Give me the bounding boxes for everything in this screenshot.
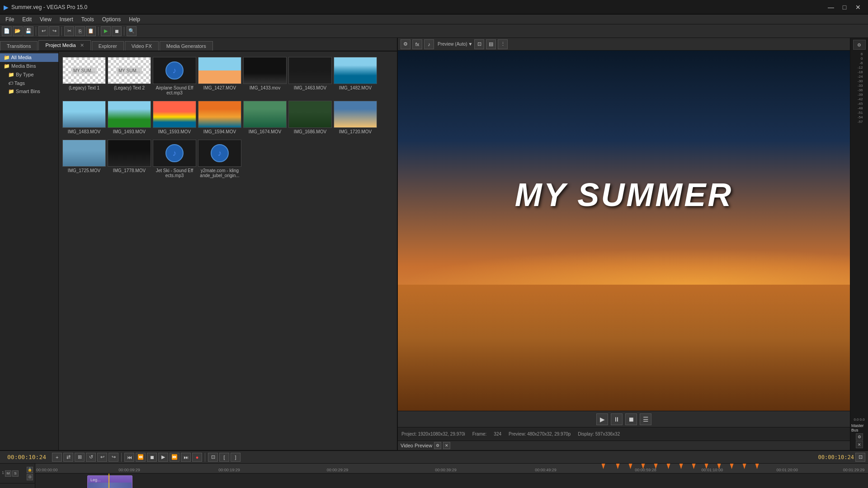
undo-button[interactable]: ↩ <box>38 26 48 36</box>
master-bus-settings[interactable]: ⚙ <box>856 433 863 441</box>
tree-all-media[interactable]: 📁 All Media <box>0 53 58 62</box>
tl-record[interactable]: ● <box>192 453 202 462</box>
media-item-label: IMG_1686.MOV <box>294 129 326 134</box>
list-item[interactable]: MY SUM... (Legacy) Text 1 <box>62 55 106 97</box>
tree-smart-bins[interactable]: 📁 Smart Bins <box>0 87 58 96</box>
list-item[interactable]: IMG_1593.MOV <box>153 99 196 136</box>
tl-play-from-start[interactable]: ⏮ <box>124 453 134 462</box>
minimize-button[interactable]: — <box>825 3 837 12</box>
copy-button[interactable]: ⎘ <box>75 26 85 36</box>
tl-btn-snap[interactable]: ⊞ <box>75 453 85 462</box>
zoom-in-button[interactable]: 🔍 <box>127 26 137 36</box>
list-item[interactable]: IMG_1463.MOV <box>288 55 332 97</box>
render-button[interactable]: ▶ <box>101 26 111 36</box>
tl-play-end[interactable]: ⏭ <box>181 453 191 462</box>
left-panel: Transitions Project Media ✕ Explorer Vid… <box>0 38 398 450</box>
menu-help[interactable]: Help <box>125 15 144 23</box>
window-controls[interactable]: — □ ✕ <box>825 3 864 12</box>
list-item[interactable]: MY SUM... (Legacy) Text 2 <box>108 55 151 97</box>
tl-play-prev[interactable]: ⏪ <box>136 453 146 462</box>
list-item[interactable]: IMG_1778.MOV <box>108 138 151 180</box>
media-thumbnail: ♪ <box>153 57 196 84</box>
open-button[interactable]: 📂 <box>13 26 23 36</box>
tl-mark-out[interactable]: ] <box>231 453 241 462</box>
tl-btn-undo[interactable]: ↩ <box>97 453 107 462</box>
tl-zoom-fit[interactable]: ⊡ <box>855 453 865 462</box>
preview-panel: ⚙ fx ♪ Preview (Auto) ▼ ⊡ ▤ ⋮ <box>398 38 868 450</box>
menu-edit[interactable]: Edit <box>19 15 35 23</box>
preview-more-button[interactable]: ⋮ <box>498 39 508 49</box>
toolbar-sep3 <box>98 27 99 36</box>
track-solo-1[interactable]: S <box>12 470 19 477</box>
maximize-button[interactable]: □ <box>838 3 851 12</box>
tl-mark-in[interactable]: [ <box>219 453 229 462</box>
media-tree: 📁 All Media 📁 Media Bins 📁 By Type 🏷 Tag… <box>0 52 59 450</box>
tl-btn-ripple[interactable]: ⇄ <box>63 453 73 462</box>
list-item[interactable]: IMG_1493.MOV <box>108 99 151 136</box>
media-thumbnail <box>334 57 377 84</box>
save-button[interactable]: 💾 <box>24 26 33 36</box>
preview-stop-button[interactable]: ⏹ <box>625 413 637 425</box>
list-item[interactable]: ♪ Airplane Sound Effect.mp3 <box>153 55 196 97</box>
list-item[interactable]: IMG_1725.MOV <box>62 138 106 180</box>
tl-btn-redo[interactable]: ↪ <box>108 453 118 462</box>
track-lock-1[interactable]: 🔒 <box>27 467 33 473</box>
preview-fx-button[interactable]: fx <box>412 39 422 49</box>
menu-view[interactable]: View <box>36 15 55 23</box>
preview-settings-button[interactable]: ⚙ <box>401 39 410 49</box>
list-item[interactable]: IMG_1686.MOV <box>288 99 332 136</box>
timeline-area: 00:00:10:24 + ⇄ ⊞ ↺ ↩ ↪ ⏮ ⏪ ⏹ ▶ ⏩ ⏭ ● ⊡ … <box>0 450 868 488</box>
master-bus-close[interactable]: ✕ <box>856 441 863 448</box>
list-item[interactable]: IMG_1427.MOV <box>198 55 241 97</box>
tab-project-media[interactable]: Project Media ✕ <box>38 40 90 51</box>
list-item[interactable]: IMG_1482.MOV <box>334 55 377 97</box>
paste-button[interactable]: 📋 <box>86 26 96 36</box>
track-mute-1[interactable]: M <box>5 470 11 477</box>
preview-pause-button[interactable]: ⏸ <box>611 413 623 425</box>
preview-view-button[interactable]: ▤ <box>486 39 496 49</box>
tree-by-type[interactable]: 📁 By Type <box>0 70 58 79</box>
video-preview-close[interactable]: ✕ <box>443 442 450 449</box>
preview-piano-button[interactable]: ♪ <box>424 39 434 49</box>
tl-play[interactable]: ▶ <box>158 453 168 462</box>
list-item[interactable]: IMG_1594.MOV <box>198 99 241 136</box>
timeline-timecode: 00:00:10:24 <box>3 454 51 460</box>
video-preview-settings[interactable]: ⚙ <box>434 442 441 449</box>
tl-btn-add-track[interactable]: + <box>52 453 62 462</box>
tree-tags[interactable]: 🏷 Tags <box>0 79 58 87</box>
meter-settings-button[interactable]: ⚙ <box>853 40 866 50</box>
tab-media-generators[interactable]: Media Generators <box>160 41 213 51</box>
media-item-label: IMG_1594.MOV <box>203 129 236 134</box>
preview-list-button[interactable]: ☰ <box>640 413 651 425</box>
new-button[interactable]: 📄 <box>2 26 12 36</box>
list-item[interactable]: IMG_1433.mov <box>243 55 287 97</box>
tl-btn-loop[interactable]: ↺ <box>86 453 96 462</box>
menu-insert[interactable]: Insert <box>56 15 77 23</box>
list-item[interactable]: ♪ Jet Ski - Sound Effects.mp3 <box>153 138 196 180</box>
list-item[interactable]: IMG_1483.MOV <box>62 99 106 136</box>
menu-options[interactable]: Options <box>99 15 124 23</box>
preview-split-button[interactable]: ⊡ <box>474 39 484 49</box>
menu-file[interactable]: File <box>2 15 18 23</box>
tab-video-fx[interactable]: Video FX <box>125 41 159 51</box>
list-item[interactable]: IMG_1720.MOV <box>334 99 377 136</box>
tl-play-next[interactable]: ⏩ <box>170 453 179 462</box>
close-button[interactable]: ✕ <box>852 3 864 12</box>
track-comp-1[interactable]: ⊡ <box>27 474 33 480</box>
media-item-label: IMG_1674.MOV <box>249 129 281 134</box>
tl-loop-region[interactable]: ⊡ <box>208 453 218 462</box>
tab-close-icon[interactable]: ✕ <box>80 42 84 48</box>
menu-tools[interactable]: Tools <box>78 15 98 23</box>
cut-button[interactable]: ✂ <box>64 26 74 36</box>
tree-media-bins[interactable]: 📁 Media Bins <box>0 62 58 70</box>
clip-text-1[interactable]: Leg... <box>87 475 132 488</box>
tl-stop[interactable]: ⏹ <box>147 453 157 462</box>
preview-play-button[interactable]: ▶ <box>596 413 608 425</box>
preview-dropdown-icon[interactable]: ▼ <box>468 42 473 47</box>
tab-transitions[interactable]: Transitions <box>0 41 38 51</box>
stop-button[interactable]: ⏹ <box>112 26 122 36</box>
list-item[interactable]: IMG_1674.MOV <box>243 99 287 136</box>
redo-button[interactable]: ↪ <box>49 26 59 36</box>
list-item[interactable]: ♪ y2mate.com - klingande_jubel_origin... <box>198 138 241 180</box>
tab-explorer[interactable]: Explorer <box>92 41 124 51</box>
